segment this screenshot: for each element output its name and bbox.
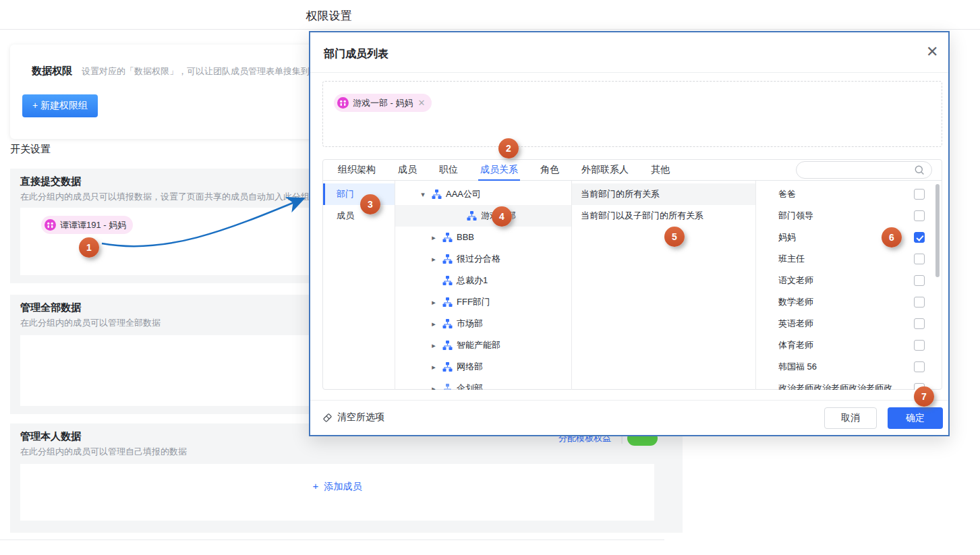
department-tree-column: ▾ AAA公司 游戏一部 ▸ BBB ▸ 很过分合格 xyxy=(395,181,572,390)
member-option[interactable]: 妈妈 xyxy=(756,227,942,248)
checkbox[interactable] xyxy=(914,275,925,286)
divider xyxy=(310,400,948,401)
caret-right-icon[interactable]: ▸ xyxy=(429,227,438,248)
section-description: 在此分组内的成员可以管理自己填报的数据 xyxy=(20,446,187,458)
tree-node-label: 很过分合格 xyxy=(457,248,500,270)
tab-org-structure[interactable]: 组织架构 xyxy=(338,160,376,180)
new-permission-group-button[interactable]: + 新建权限组 xyxy=(22,94,98,117)
selected-tag-label: 游戏一部 - 妈妈 xyxy=(353,97,413,109)
checkbox[interactable] xyxy=(914,254,925,264)
search-icon xyxy=(915,165,925,175)
relation-icon xyxy=(45,219,56,231)
checkbox[interactable] xyxy=(914,361,925,372)
section-manage-own: 管理本人数据 在此分组内的成员可以管理自己填报的数据 分配模板权益 | +添加成… xyxy=(10,423,683,533)
scrollbar-thumb[interactable] xyxy=(935,184,940,277)
department-icon xyxy=(442,254,453,264)
caret-right-icon[interactable]: ▸ xyxy=(429,356,438,378)
close-icon[interactable]: ✕ xyxy=(926,45,938,59)
caret-right-icon[interactable]: ▸ xyxy=(429,313,438,334)
member-option[interactable]: 部门领导 xyxy=(756,205,942,227)
tab-external-contacts[interactable]: 外部联系人 xyxy=(581,160,629,180)
plus-icon: + xyxy=(32,100,38,111)
selector-body: 部门 成员 ▾ AAA公司 游戏一部 ▸ BBB xyxy=(323,181,942,390)
tree-node[interactable]: ▸ BBB xyxy=(395,227,571,248)
tree-node[interactable]: 总裁办1 xyxy=(395,270,571,291)
tab-others[interactable]: 其他 xyxy=(651,160,670,180)
tree-node[interactable]: ▸ 很过分合格 xyxy=(395,248,571,270)
clear-selection-link[interactable]: 清空所选项 xyxy=(322,411,384,423)
plus-icon: + xyxy=(313,480,319,492)
selector-panel: 组织架构 成员 职位 成员关系 角色 外部联系人 其他 部门 成员 ▾ AAA公… xyxy=(322,159,942,390)
tree-node[interactable]: ▸ 智能产能部 xyxy=(395,334,571,356)
tree-node-label: 智能产能部 xyxy=(457,334,500,356)
tab-roles[interactable]: 角色 xyxy=(540,160,559,180)
caret-down-icon[interactable]: ▾ xyxy=(418,183,428,205)
member-option[interactable]: 班主任 xyxy=(756,248,942,270)
confirm-button[interactable]: 确定 xyxy=(888,407,943,429)
department-icon xyxy=(467,211,477,221)
tree-node-label: BBB xyxy=(457,227,474,248)
nav-item-member[interactable]: 成员 xyxy=(323,205,395,227)
member-option[interactable]: 英语老师 xyxy=(756,313,942,334)
caret-right-icon[interactable]: ▸ xyxy=(429,378,438,390)
caret-right-icon[interactable]: ▸ xyxy=(429,334,438,356)
department-icon xyxy=(442,276,453,286)
tree-node[interactable]: ▸ 市场部 xyxy=(395,313,571,334)
checkbox[interactable] xyxy=(914,189,925,200)
page-header: 权限设置 xyxy=(0,0,980,30)
tab-member-relations[interactable]: 成员关系 xyxy=(480,160,518,180)
relation-column: 当前部门的所有关系 当前部门以及子部门的所有关系 xyxy=(572,181,756,390)
member-tag-label: 谭谭谭191 - 妈妈 xyxy=(60,219,126,231)
checkbox[interactable] xyxy=(914,318,925,329)
annotation-step-4: 4 xyxy=(492,206,512,227)
caret-right-icon[interactable]: ▸ xyxy=(429,291,438,313)
tab-positions[interactable]: 职位 xyxy=(439,160,458,180)
annotation-step-3: 3 xyxy=(360,194,380,214)
tree-node[interactable]: ▸ 企划部 xyxy=(395,378,571,390)
tree-node-label: 网络部 xyxy=(457,356,483,378)
department-icon xyxy=(442,319,453,329)
member-option[interactable]: 爸爸 xyxy=(756,183,942,205)
remove-tag-icon[interactable]: ✕ xyxy=(418,98,426,108)
eraser-icon xyxy=(322,413,333,423)
checkbox[interactable] xyxy=(914,297,925,308)
checkbox[interactable] xyxy=(914,232,925,243)
department-member-dialog: 部门成员列表 ✕ 游戏一部 - 妈妈 ✕ 组织架构 成员 职位 成员关系 角色 … xyxy=(309,31,950,436)
tree-node[interactable]: 游戏一部 xyxy=(395,205,571,227)
search-input[interactable] xyxy=(805,163,913,177)
tree-node[interactable]: ▸ 网络部 xyxy=(395,356,571,378)
caret-right-icon[interactable]: ▸ xyxy=(429,248,438,270)
relation-option[interactable]: 当前部门的所有关系 xyxy=(572,183,755,205)
department-icon xyxy=(442,233,453,243)
cancel-button[interactable]: 取消 xyxy=(824,407,877,429)
member-option[interactable]: 数学老师 xyxy=(756,291,942,313)
annotation-step-5: 5 xyxy=(664,227,685,247)
tab-members[interactable]: 成员 xyxy=(398,160,417,180)
member-list-box: +添加成员 xyxy=(20,464,654,521)
search-box xyxy=(796,161,932,179)
relation-icon xyxy=(337,97,349,109)
tree-node[interactable]: ▸ FFF部门 xyxy=(395,291,571,313)
relation-option[interactable]: 当前部门以及子部门的所有关系 xyxy=(572,205,755,227)
member-option[interactable]: 体育老师 xyxy=(756,334,942,356)
section-title: 直接提交数据 xyxy=(20,175,81,188)
annotation-step-2: 2 xyxy=(498,138,519,158)
member-option[interactable]: 政治老师政治老师政治老师政治老... xyxy=(756,378,942,390)
nav-item-department[interactable]: 部门 xyxy=(323,183,395,205)
add-member-link[interactable]: +添加成员 xyxy=(20,480,654,493)
annotation-step-1: 1 xyxy=(79,237,99,258)
annotation-step-7: 7 xyxy=(914,386,934,407)
member-checkbox-column: 爸爸 部门领导 妈妈 班主任 语文老师 数学老师 英语老师 体育老师 韩国福 5… xyxy=(756,181,942,390)
card-title: 数据权限 xyxy=(32,65,72,76)
selected-tag[interactable]: 游戏一部 - 妈妈 ✕ xyxy=(334,94,432,112)
tree-node[interactable]: ▾ AAA公司 xyxy=(395,183,571,205)
member-option[interactable]: 语文老师 xyxy=(756,270,942,291)
tree-node-label: 企划部 xyxy=(457,378,483,390)
checkbox[interactable] xyxy=(914,210,925,221)
section-title: 管理全部数据 xyxy=(20,301,81,314)
dialog-header: 部门成员列表 ✕ xyxy=(310,32,948,73)
checkbox[interactable] xyxy=(914,340,925,351)
department-icon xyxy=(442,362,453,372)
divider xyxy=(0,539,664,540)
member-option[interactable]: 韩国福 56 xyxy=(756,356,942,378)
